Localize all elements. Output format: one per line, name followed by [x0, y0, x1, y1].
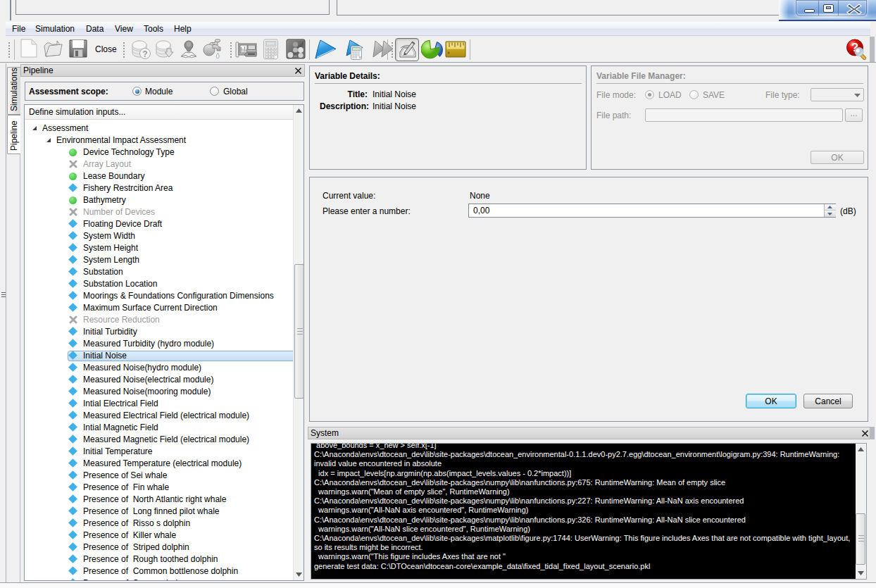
svg-text:?: ? — [142, 49, 147, 59]
